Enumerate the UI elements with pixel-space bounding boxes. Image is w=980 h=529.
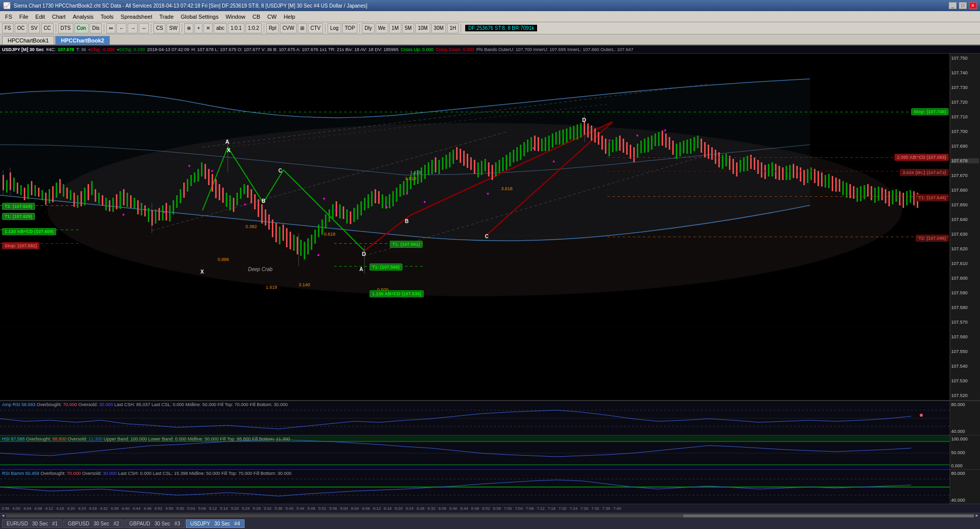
- price-107700: 107.700: [951, 129, 979, 134]
- abcd-mid-label: 1.130 AB=CD (107.535): [370, 290, 424, 297]
- svg-rect-108: [332, 204, 334, 218]
- tool-grid[interactable]: ⊞: [298, 23, 307, 33]
- time-4-32: 4:32: [98, 506, 109, 511]
- tool-fs[interactable]: FS: [2, 23, 14, 33]
- tab-hpcchartbook1[interactable]: HPCChartBook1: [2, 36, 54, 45]
- svg-rect-193: [633, 147, 635, 162]
- minimize-button[interactable]: _: [949, 2, 957, 9]
- svg-rect-205: [676, 144, 677, 159]
- amp-rsi-panel: Amp RSI 58.693 Overbought: 70.000 Overso…: [0, 401, 980, 435]
- time-5-52: 5:52: [317, 506, 328, 511]
- sym-tab-gbpusd[interactable]: GBPUSD 30 Sec #2: [63, 519, 124, 528]
- scroll-thumb[interactable]: [683, 514, 974, 517]
- sym-tab-gbpaud[interactable]: GBPAUD 30 Sec #3: [125, 519, 184, 528]
- svg-rect-137: [435, 157, 436, 172]
- price-107730: 107.730: [951, 85, 979, 90]
- scroll-track[interactable]: [6, 514, 974, 517]
- svg-rect-102: [311, 235, 312, 250]
- svg-rect-54: [141, 203, 142, 215]
- app-icon: 📈: [3, 2, 11, 9]
- tool-top[interactable]: TOP: [342, 23, 357, 33]
- time-5-56: 5:56: [328, 506, 339, 511]
- tool-sw[interactable]: SW: [167, 23, 180, 33]
- close-button[interactable]: ✕: [969, 2, 977, 9]
- tool-oc[interactable]: OC: [15, 23, 27, 33]
- svg-rect-263: [881, 188, 883, 200]
- svg-rect-167: [541, 139, 543, 151]
- tool-crosshair[interactable]: ⊕: [184, 23, 193, 33]
- svg-rect-225: [747, 156, 748, 171]
- menu-help[interactable]: Help: [280, 13, 298, 21]
- price-107610: 107.610: [951, 261, 979, 266]
- t2-mid-line: [334, 243, 425, 244]
- svg-text:C: C: [485, 234, 488, 239]
- tool-con[interactable]: Con: [74, 23, 89, 33]
- tool-dis[interactable]: Dis: [90, 23, 102, 33]
- menu-spreadsheet[interactable]: Spreadsheet: [117, 13, 155, 21]
- time-5-24: 5:24: [240, 506, 252, 511]
- svg-rect-154: [495, 162, 497, 177]
- menu-bar: FS File Edit Chart Analysis Tools Spread…: [0, 11, 980, 22]
- scroll-right-btn[interactable]: ►: [975, 513, 979, 518]
- tool-ratio2[interactable]: 1:0.2: [246, 23, 262, 33]
- menu-analysis[interactable]: Analysis: [70, 13, 97, 21]
- svg-rect-230: [764, 165, 766, 179]
- tool-cvw[interactable]: CVW: [280, 23, 297, 33]
- svg-rect-21: [24, 188, 25, 200]
- svg-text:▼: ▼: [607, 139, 611, 143]
- tool-cs[interactable]: CS: [153, 23, 166, 33]
- tool-left-right[interactable]: ⇔: [106, 23, 115, 33]
- tool-right[interactable]: →: [128, 23, 138, 33]
- svg-rect-260: [871, 186, 872, 200]
- tool-ctv[interactable]: CTV: [308, 23, 323, 33]
- time-6-28: 6:28: [415, 506, 426, 511]
- main-price-chart[interactable]: 0.382 0.886 1.618 3.140 0.618 1.618 3.61…: [0, 54, 980, 401]
- tool-30m[interactable]: 30M: [431, 23, 446, 33]
- tool-10m[interactable]: 10M: [415, 23, 430, 33]
- menu-global-settings[interactable]: Global Settings: [178, 13, 222, 21]
- restore-button[interactable]: □: [959, 2, 967, 9]
- svg-rect-196: [644, 139, 645, 153]
- tool-plus[interactable]: +: [194, 23, 202, 33]
- title-bar-controls[interactable]: _ □ ✕: [949, 2, 977, 9]
- sym-tab-usdjpy[interactable]: USDJPY 30 Sec #4: [186, 519, 244, 528]
- tool-we[interactable]: We: [376, 23, 388, 33]
- time-7-16: 7:16: [546, 506, 557, 511]
- svg-rect-186: [608, 142, 610, 156]
- tool-dly[interactable]: Dly: [362, 23, 374, 33]
- menu-edit[interactable]: Edit: [32, 13, 48, 21]
- sym-tab-eurusd[interactable]: EURUSD 30 Sec #1: [2, 519, 62, 528]
- menu-window[interactable]: Window: [223, 13, 249, 21]
- time-6-00: 6:00: [339, 506, 350, 511]
- tool-5m[interactable]: 5M: [402, 23, 415, 33]
- menu-fs[interactable]: FS: [2, 13, 15, 21]
- menu-chart[interactable]: Chart: [49, 13, 69, 21]
- time-6-12: 6:12: [372, 506, 383, 511]
- scroll-bar[interactable]: ◄ ►: [0, 513, 980, 518]
- tool-x[interactable]: ✕: [203, 23, 213, 33]
- svg-rect-107: [329, 209, 330, 222]
- menu-cw[interactable]: CW: [264, 13, 279, 21]
- tool-sv[interactable]: SV: [28, 23, 40, 33]
- time-7-20: 7:20: [557, 506, 568, 511]
- tool-1m[interactable]: 1M: [389, 23, 401, 33]
- tool-log[interactable]: Log: [328, 23, 341, 33]
- tool-dts[interactable]: DTS: [58, 23, 73, 33]
- tool-1h[interactable]: 1H: [447, 23, 459, 33]
- tool-left[interactable]: ←: [116, 23, 127, 33]
- tool-cc[interactable]: CC: [41, 23, 53, 33]
- svg-rect-189: [619, 136, 621, 151]
- tool-abc[interactable]: abc: [214, 23, 227, 33]
- tool-rpl[interactable]: Rpl: [266, 23, 279, 33]
- tab-hpcchartbook2[interactable]: HPCChartBook2: [55, 36, 110, 45]
- menu-cb[interactable]: CB: [250, 13, 263, 21]
- menu-tools[interactable]: Tools: [98, 13, 117, 21]
- tool-resize[interactable]: ↔: [139, 23, 149, 33]
- svg-rect-175: [569, 127, 571, 140]
- menu-trade[interactable]: Trade: [156, 13, 177, 21]
- tool-ratio1[interactable]: 1:0.1: [228, 23, 244, 33]
- svg-text:B: B: [405, 218, 409, 224]
- scroll-left-btn[interactable]: ◄: [1, 513, 5, 518]
- svg-rect-97: [293, 235, 295, 251]
- menu-file[interactable]: File: [16, 13, 31, 21]
